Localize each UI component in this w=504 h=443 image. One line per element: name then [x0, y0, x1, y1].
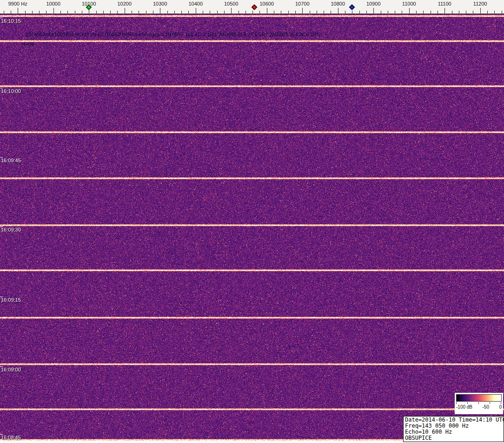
color-scale-legend: -100 dB -50 0 — [455, 393, 503, 414]
freq-axis-tick — [288, 11, 289, 13]
freq-axis-tick — [174, 11, 175, 13]
freq-axis-tick — [245, 11, 246, 13]
freq-axis-tick — [452, 11, 452, 13]
freq-axis-tick — [502, 11, 502, 13]
spectrogram-app: 9900 Hz100001010010200103001040010500106… — [0, 0, 504, 443]
freq-axis-tick — [352, 11, 352, 13]
time-axis-label: 16:10:15 — [1, 18, 21, 24]
freq-axis-label: 9900 Hz — [8, 1, 27, 7]
freq-axis-tick — [146, 11, 146, 13]
time-axis-label: 16:09:45 — [1, 158, 21, 163]
spectrogram-canvas[interactable] — [0, 14, 504, 441]
freq-axis-tick — [480, 8, 481, 13]
freq-axis-tick — [388, 11, 388, 13]
freq-axis-tick — [295, 11, 296, 13]
freq-axis-tick — [82, 11, 82, 13]
freq-axis-tick — [203, 11, 203, 13]
freq-axis-tick — [181, 11, 182, 13]
freq-axis-tick — [239, 11, 239, 13]
freq-axis-tick — [317, 11, 317, 13]
observation-info-box: Date=2014-06-10 Time=14:10 UTC Freq=143 … — [403, 416, 504, 442]
freq-axis-tick — [252, 11, 253, 13]
freq-axis-tick — [459, 11, 459, 13]
color-scale-gradient — [456, 394, 502, 402]
freq-axis-label: 11000 — [402, 1, 416, 7]
freq-axis-tick — [381, 11, 381, 13]
time-cursor-label: ^t+09 — [21, 41, 34, 47]
freq-axis-label: 10600 — [259, 1, 274, 7]
freq-axis-label: 10900 — [366, 1, 381, 7]
freq-axis-tick — [431, 11, 431, 13]
freq-axis-tick — [25, 11, 26, 13]
freq-axis-tick — [67, 11, 68, 13]
freq-axis-tick — [103, 11, 104, 13]
freq-axis-tick — [167, 11, 168, 13]
freq-axis-label: 10400 — [188, 1, 203, 7]
freq-axis-label: 11100 — [438, 1, 451, 7]
legend-mid-label: -50 — [483, 404, 489, 410]
freq-axis-tick — [438, 11, 438, 13]
freq-axis-tick — [196, 8, 196, 13]
freq-axis-tick — [345, 11, 345, 13]
freq-axis-tick — [373, 8, 374, 13]
freq-axis-tick — [96, 11, 97, 13]
freq-axis-label: 10800 — [331, 1, 345, 7]
freq-axis-tick — [281, 11, 281, 13]
freq-axis-tick — [132, 11, 132, 13]
freq-axis-tick — [366, 11, 367, 13]
freq-axis-tick — [409, 8, 410, 13]
freq-axis-tick — [210, 11, 210, 13]
freq-axis-tick — [160, 8, 160, 13]
freq-axis-tick — [60, 11, 61, 13]
detection-annotation: 20140610141009864 hCnt3 nb-81 f10560 hit… — [26, 32, 319, 37]
color-scale-ticks — [456, 402, 502, 404]
freq-axis-tick — [359, 11, 360, 13]
freq-axis-tick — [188, 11, 189, 13]
freq-axis-tick — [217, 11, 218, 13]
freq-axis-tick — [18, 8, 18, 13]
freq-axis-tick — [473, 11, 473, 13]
freq-axis-tick — [395, 11, 395, 13]
time-axis-label: 16:09:00 — [1, 367, 21, 372]
freq-axis-tick — [117, 11, 118, 13]
freq-axis-tick — [139, 11, 139, 13]
freq-axis-label: 10000 — [46, 1, 60, 7]
freq-axis-label: 11200 — [473, 1, 487, 7]
freq-axis-label: 10300 — [153, 1, 167, 7]
legend-min-label: -100 dB — [456, 404, 472, 410]
freq-axis-tick — [444, 8, 445, 13]
freq-axis-tick — [310, 11, 310, 13]
freq-axis-tick — [324, 11, 324, 13]
freq-axis-tick — [331, 11, 331, 13]
blue-marker-icon[interactable] — [349, 4, 355, 10]
freq-axis-tick — [267, 8, 267, 13]
time-axis-label: 16:08:45 — [1, 435, 21, 440]
frequency-axis: 9900 Hz100001010010200103001040010500106… — [0, 0, 504, 14]
freq-axis-tick — [153, 11, 153, 13]
color-scale-labels: -100 dB -50 0 — [456, 404, 502, 410]
freq-axis-tick — [466, 11, 466, 13]
freq-axis-label: 10200 — [117, 1, 132, 7]
red-marker-icon[interactable] — [252, 4, 258, 10]
freq-axis-tick — [46, 11, 46, 13]
freq-axis-label: 10500 — [224, 1, 239, 7]
time-axis-label: 16:10:00 — [1, 88, 21, 94]
freq-axis-tick — [11, 11, 11, 13]
legend-max-label: 0 — [499, 404, 502, 410]
time-axis-label: 16:09:15 — [1, 297, 21, 303]
freq-axis-tick — [416, 11, 417, 13]
freq-axis-tick — [39, 11, 40, 13]
freq-axis-tick — [259, 11, 260, 13]
freq-axis-tick — [224, 11, 225, 13]
time-axis-label: 16:09:30 — [1, 227, 21, 232]
freq-axis-tick — [4, 11, 4, 13]
freq-axis-tick — [125, 8, 125, 13]
freq-axis-tick — [110, 11, 111, 13]
freq-axis-tick — [423, 11, 424, 13]
freq-axis-tick — [75, 11, 75, 13]
freq-axis-tick — [274, 11, 274, 13]
freq-axis-tick — [231, 8, 232, 13]
freq-axis-label: 10700 — [295, 1, 310, 7]
freq-axis-tick — [53, 8, 54, 13]
info-station: OBSUPICE — [405, 435, 502, 441]
